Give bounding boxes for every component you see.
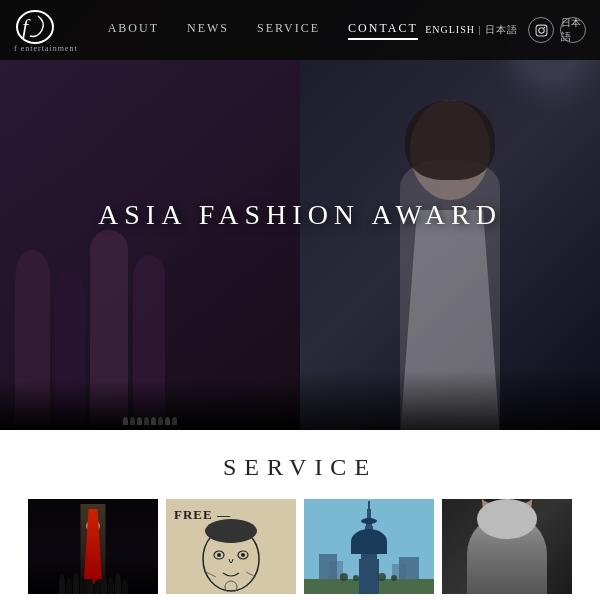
svg-point-10 — [241, 553, 245, 557]
service-thumb-3[interactable] — [304, 499, 434, 594]
hero-section: ASIA FASHION AWARD — [0, 0, 600, 430]
service-section: SERVICE — [0, 430, 600, 600]
svg-text:f: f — [22, 14, 31, 39]
tower-illustration — [304, 499, 434, 594]
face-illustration — [191, 517, 271, 592]
nav-service[interactable]: SERVICE — [257, 21, 320, 40]
svg-rect-2 — [536, 25, 547, 36]
service-heading: SERVICE — [0, 454, 600, 481]
svg-point-3 — [538, 27, 543, 32]
instagram-icon[interactable] — [528, 17, 554, 43]
svg-point-30 — [353, 575, 359, 581]
language-selector[interactable]: ENGLISH | 日本語 — [425, 23, 518, 37]
logo[interactable]: f f entertainment — [14, 8, 78, 53]
service-thumb-1[interactable] — [28, 499, 158, 594]
social-links: 日本語 — [528, 17, 586, 43]
nav-right: ENGLISH | 日本語 日本語 — [425, 17, 586, 43]
svg-point-6 — [205, 519, 257, 543]
nav-contact[interactable]: CONTACT — [348, 21, 418, 40]
svg-point-31 — [378, 573, 386, 581]
hero-title-container: ASIA FASHION AWARD — [98, 199, 502, 231]
svg-rect-16 — [359, 559, 379, 594]
service-thumb-4[interactable] — [442, 499, 572, 594]
lang-japanese[interactable]: 日本語 — [485, 24, 518, 35]
svg-line-13 — [246, 572, 256, 577]
svg-point-29 — [340, 573, 348, 581]
svg-point-24 — [361, 518, 377, 524]
hero-title: ASIA FASHION AWARD — [98, 199, 502, 231]
social-label: 日本語 — [561, 16, 585, 44]
nav-links: ABOUT NEWS SERVICE CONTACT — [108, 21, 426, 40]
other-social-icon[interactable]: 日本語 — [560, 17, 586, 43]
svg-point-32 — [391, 575, 397, 581]
nav-about[interactable]: ABOUT — [108, 21, 159, 40]
logo-icon: f — [14, 8, 56, 46]
svg-rect-17 — [361, 549, 377, 561]
service-thumb-2[interactable]: FREE — — [166, 499, 296, 594]
navigation: f f entertainment ABOUT NEWS SERVICE CON… — [0, 0, 600, 60]
svg-point-4 — [543, 26, 545, 28]
service-thumbnails: FREE — — [0, 499, 600, 594]
svg-rect-18 — [363, 541, 375, 551]
nav-news[interactable]: NEWS — [187, 21, 229, 40]
svg-rect-19 — [364, 533, 374, 543]
lang-separator: | — [478, 24, 481, 35]
logo-subtitle: f entertainment — [14, 44, 78, 53]
lang-english[interactable]: ENGLISH — [425, 24, 475, 35]
svg-point-8 — [217, 553, 221, 557]
